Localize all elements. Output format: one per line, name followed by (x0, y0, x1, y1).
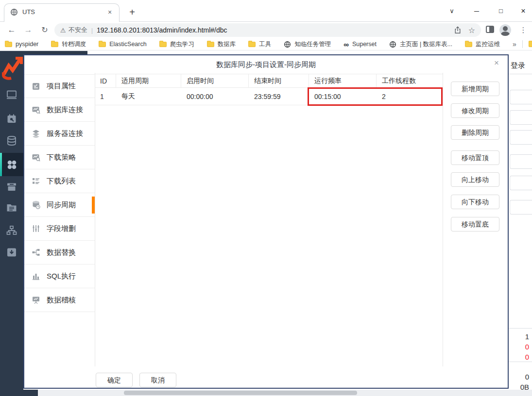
folder-icon (159, 42, 167, 47)
move-to-bottom-button[interactable]: 移动置底 (451, 217, 499, 231)
share-icon[interactable] (454, 26, 462, 34)
dialog-close-icon[interactable]: × (491, 57, 502, 69)
security-warning-icon[interactable]: ⚠ (60, 27, 66, 34)
menu-item-label: 下载列表 (47, 177, 76, 186)
browser-tab[interactable]: UTS × (4, 3, 120, 22)
window-close-button[interactable]: × (516, 5, 531, 17)
bookmark-item[interactable]: 监控运维 (465, 40, 500, 49)
bookmark-item[interactable]: 爬虫学习 (159, 40, 194, 49)
menu-item-sync-cycle[interactable]: 同步周期 (24, 193, 95, 217)
tab-title: UTS (22, 8, 105, 16)
url-text[interactable]: 192.168.0.201:8013/admin/index.html#/dbc (97, 26, 450, 34)
menu-item-label: 同步周期 (47, 200, 76, 210)
bookmark-item[interactable]: ElasticSearch (99, 41, 146, 48)
globe-icon (389, 41, 396, 48)
tab-search-chevron-icon[interactable]: ∨ (445, 5, 459, 17)
window-minimize-button[interactable]: ─ (469, 5, 484, 17)
bookmark-item[interactable]: ∞Superset (343, 40, 377, 49)
security-label[interactable]: 不安全 (69, 26, 87, 34)
scrollbar-thumb[interactable] (124, 391, 357, 395)
cancel-button[interactable]: 取消 (139, 373, 176, 387)
back-button[interactable]: ← (5, 23, 18, 37)
window-maximize-button[interactable]: □ (494, 5, 508, 17)
sitemap-icon[interactable] (6, 225, 17, 236)
bookmark-label: 数据库 (218, 40, 236, 49)
tab-strip: UTS × + ∨ ─ □ × (0, 0, 532, 22)
column-header-start-time: 启用时间 (181, 74, 249, 87)
new-tab-button[interactable]: + (125, 6, 139, 19)
edit-cycle-button[interactable]: 修改周期 (451, 103, 499, 118)
address-bar[interactable]: ⚠ 不安全 | 192.168.0.201:8013/admin/index.h… (54, 23, 481, 37)
move-to-top-button[interactable]: 移动置顶 (451, 150, 499, 165)
move-down-button[interactable]: 向下移动 (451, 195, 499, 209)
uts-logo (1, 55, 23, 81)
bookmark-item[interactable]: 工具 (248, 40, 271, 49)
bookmark-item[interactable]: 知临任务管理 (284, 40, 331, 49)
cutoff-field[interactable] (510, 90, 532, 104)
count-value: 1 (512, 332, 529, 341)
sync-cycle-dialog: 数据库同步-项目设置-同步周期 × 项目属性 数据库连接 服务器连接 下载策略 … (23, 54, 509, 389)
menu-item-server-connection[interactable]: 服务器连接 (24, 122, 95, 146)
database-icon[interactable] (6, 135, 17, 147)
browser-toolbar: ← → ↻ ⚠ 不安全 | 192.168.0.201:8013/admin/i… (0, 22, 532, 38)
bookmark-item[interactable]: 数据库 (207, 40, 236, 49)
cutoff-field[interactable] (510, 154, 532, 169)
menu-item-label: 下载策略 (47, 153, 76, 162)
reload-button[interactable]: ↻ (38, 23, 51, 37)
archive-folder-icon[interactable] (6, 181, 17, 193)
menu-item-download-list[interactable]: 下载列表 (24, 169, 95, 193)
folder-icon (99, 42, 106, 47)
cell-start-time: 00:00:00 (181, 88, 249, 105)
folder-icon (51, 42, 58, 47)
ok-button[interactable]: 确定 (96, 373, 133, 387)
menu-item-project-props[interactable]: 项目属性 (24, 74, 95, 98)
bookmark-label: 知临任务管理 (294, 40, 331, 49)
divider-line (509, 362, 532, 362)
url-divider: | (91, 27, 93, 34)
profile-avatar[interactable] (499, 24, 511, 36)
count-value: 0 (512, 373, 529, 381)
other-bookmarks-button[interactable]: 其他书签 (529, 40, 532, 49)
cutoff-field[interactable] (510, 200, 532, 214)
monitor-icon[interactable] (6, 89, 17, 100)
menu-item-db-connection[interactable]: 数据库连接 (24, 98, 95, 122)
table-header-row: ID 适用周期 启用时间 结束时间 运行频率 工作线程数 (95, 74, 443, 88)
divider-line (509, 328, 532, 329)
menu-item-label: 数据稽核 (47, 296, 76, 305)
forward-button[interactable]: → (21, 23, 35, 37)
cutoff-field[interactable] (510, 130, 532, 145)
bookmarks-overflow-chevron[interactable]: » (513, 40, 516, 48)
checklist-icon (32, 82, 40, 91)
login-link[interactable]: 登录 (511, 61, 525, 70)
menu-item-data-audit[interactable]: 数据稽核 (24, 288, 95, 312)
download-icon[interactable] (6, 247, 17, 258)
cell-period: 每天 (116, 88, 181, 105)
cutoff-field[interactable] (510, 176, 532, 190)
menu-item-label: SQL执行 (47, 272, 76, 281)
side-panel-icon[interactable] (486, 26, 494, 33)
horizontal-scrollbar[interactable] (23, 390, 532, 396)
menu-item-data-replace[interactable]: 数据替换 (24, 241, 95, 264)
folder-icon (207, 42, 214, 47)
list-folder-icon[interactable] (6, 202, 17, 214)
bookmark-item[interactable]: 转档调度 (51, 40, 86, 49)
replace-icon (32, 248, 40, 257)
cutoff-field[interactable] (510, 110, 532, 125)
folder-icon (529, 42, 532, 47)
browser-menu-kebab-icon[interactable]: ⋮ (518, 24, 528, 36)
bookmark-star-icon[interactable]: ☆ (468, 26, 475, 35)
menu-item-download-strategy[interactable]: 下载策略 (24, 146, 95, 169)
add-cycle-button[interactable]: 新增周期 (451, 82, 499, 96)
delete-cycle-button[interactable]: 删除周期 (451, 125, 499, 140)
column-header-worker-threads: 工作线程数 (377, 74, 443, 87)
menu-item-field-add-del[interactable]: 字段增删 (24, 217, 95, 241)
calendar-tool-icon[interactable] (6, 113, 17, 125)
move-up-button[interactable]: 向上移动 (451, 172, 499, 187)
tab-close-icon[interactable]: × (105, 8, 114, 16)
divider-line (509, 74, 532, 74)
menu-item-label: 服务器连接 (47, 129, 83, 138)
apps-icon[interactable] (6, 159, 17, 170)
menu-item-sql-execute[interactable]: SQL执行 (24, 264, 95, 288)
bookmark-item[interactable]: 主页面 | 数据库表... (389, 40, 452, 49)
bookmark-item[interactable]: pyspider (5, 41, 38, 48)
